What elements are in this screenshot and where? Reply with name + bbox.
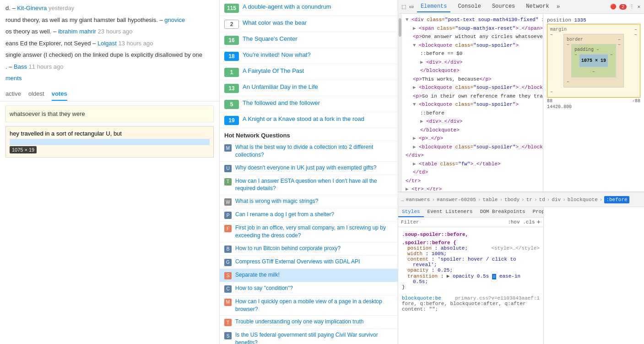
hnq-title-8[interactable]: Separate the milk!	[235, 271, 280, 279]
transition-expand[interactable]: ▶	[447, 273, 450, 279]
inspect-icon[interactable]: ⬚	[402, 3, 406, 11]
dom-line-7[interactable]: <p>This works, because</p>	[402, 75, 543, 84]
question-item-1[interactable]: 2 What color was the bear	[220, 16, 398, 32]
dom-line-10[interactable]: ▼ <blockquote class="soup-spoiler">	[402, 100, 543, 109]
blockquote-link[interactable]: blockquote:be	[402, 295, 441, 301]
question-item-7[interactable]: 19 A Knight or a Knave stood at a fork i…	[220, 112, 398, 128]
dom-line-19[interactable]: </tr>	[402, 177, 543, 186]
hnq-item-10[interactable]: M How can I quickly open a mobile view o…	[220, 295, 398, 316]
q-title-1[interactable]: What color was the bear	[243, 19, 307, 27]
hnq-title-5[interactable]: First job in an office, very small compa…	[235, 224, 393, 240]
tab-sources[interactable]: Sources	[488, 1, 519, 12]
device-icon[interactable]: ▭	[409, 3, 413, 11]
breadcrumb-before[interactable]: :before	[604, 196, 629, 203]
tab-network[interactable]: Network	[522, 1, 552, 12]
hnq-title-1[interactable]: Why doesn't everyone in UK just pay with…	[235, 164, 376, 172]
tab-event-listeners[interactable]: Event Listeners	[424, 207, 476, 217]
dom-line-12[interactable]: ▶ <div>…</div>	[402, 117, 543, 126]
question-item-3[interactable]: 18 You're invited! Now what?	[220, 48, 398, 64]
dom-line-18[interactable]: </td>	[402, 168, 543, 177]
tab-properties[interactable]: Properties	[529, 207, 543, 217]
tab-dom-breakpoints[interactable]: DOM Breakpoints	[476, 207, 529, 217]
hnq-title-2[interactable]: How can I answer ESTA question when I do…	[235, 177, 393, 193]
pseudo-toggle[interactable]: :hov .cls	[508, 219, 535, 225]
hnq-title-11[interactable]: Trouble understanding only one way impli…	[235, 318, 363, 326]
q-title-7[interactable]: A Knight or a Knave stood at a fork in t…	[243, 115, 364, 123]
dom-line-20[interactable]: ▶ <tr>…</tr>	[402, 185, 543, 191]
dom-line-11[interactable]: ::before	[402, 109, 543, 118]
hnq-item-9[interactable]: C How to say "condition"?	[220, 282, 398, 295]
breadcrumb-tbody[interactable]: tbody	[504, 197, 520, 202]
user-link-lolgast[interactable]: Lolgast	[97, 40, 117, 47]
breadcrumb-blockquote[interactable]: blockquote	[568, 197, 598, 202]
question-item-6[interactable]: 5 The followed and the follower	[220, 96, 398, 112]
question-item-4[interactable]: 1 A Fairytale Of The Past	[220, 64, 398, 80]
hnq-title-4[interactable]: Can I rename a dog I get from a shelter?	[235, 211, 334, 218]
dom-line-14[interactable]: ▶ <p>…</p>	[402, 134, 543, 143]
tab-elements[interactable]: Elements	[417, 1, 451, 12]
hnq-item-0[interactable]: M What is the best way to divide a colle…	[220, 141, 398, 162]
primary-css-link[interactable]: primary.css?v=e1103843aaef:1	[455, 295, 540, 301]
hnq-item-12[interactable]: S Is the US federal government still pay…	[220, 329, 398, 344]
dom-line-9[interactable]: <p>So in their own reference frame they …	[402, 92, 543, 101]
tab-votes[interactable]: votes	[52, 90, 67, 101]
dom-line-3[interactable]: ▼ <blockquote class="soup-spoiler">	[402, 41, 543, 50]
breadcrumb-table[interactable]: table	[482, 197, 498, 202]
breadcrumb-div[interactable]: div	[552, 197, 561, 202]
more-tabs-icon[interactable]: »	[557, 3, 560, 10]
user-link-ibrahim[interactable]: ibrahim mahrir	[58, 28, 96, 35]
hnq-item-4[interactable]: P Can I rename a dog I get from a shelte…	[220, 208, 398, 222]
user-link-bass[interactable]: Bass	[14, 63, 27, 70]
link-ments[interactable]: ments	[5, 75, 22, 82]
hnq-item-1[interactable]: U Why doesn't everyone in UK just pay wi…	[220, 162, 398, 175]
dom-scrollbar[interactable]	[398, 14, 402, 191]
hnq-item-7[interactable]: G Compress GTiff External Overviews with…	[220, 256, 398, 269]
question-item-5[interactable]: 13 An Unfamiliar Day in the Life	[220, 80, 398, 96]
dom-line-1[interactable]: ▶ <span class="soup-mathjax-reset">…</sp…	[402, 24, 543, 33]
dom-line-16[interactable]: </div>	[402, 151, 543, 160]
css-source-link[interactable]: <style>…</style>	[491, 246, 540, 251]
user-link-gnovice[interactable]: gnovice	[164, 16, 185, 23]
hnq-title-10[interactable]: How can I quickly open a mobile view of …	[235, 298, 393, 313]
hnq-title-6[interactable]: How to run Bitcoin behind corporate prox…	[235, 245, 341, 252]
hnq-title-3[interactable]: What is wrong with magic strings?	[235, 197, 318, 205]
hnq-item-3[interactable]: W What is wrong with magic strings?	[220, 195, 398, 208]
dom-line-4[interactable]: ::before == $0	[402, 49, 543, 58]
hnq-item-5[interactable]: F First job in an office, very small com…	[220, 222, 398, 242]
dom-line-0[interactable]: ▼ <div class="post-text soup-math4130-fi…	[402, 16, 543, 24]
breadcrumb-answer-60205[interactable]: #answer-60205	[437, 197, 476, 202]
dom-line-17[interactable]: ▶ <table class="fw">…</table>	[402, 160, 543, 169]
q-title-4[interactable]: A Fairytale Of The Past	[243, 67, 304, 75]
hnq-item-6[interactable]: B How to run Bitcoin behind corporate pr…	[220, 242, 398, 256]
q-title-3[interactable]: You're invited! Now what?	[243, 51, 311, 59]
hnq-title-9[interactable]: How to say "condition"?	[235, 284, 293, 292]
hnq-item-2[interactable]: T How can I answer ESTA question when I …	[220, 175, 398, 196]
dom-line-5[interactable]: ▶ <div>…</div>	[402, 58, 543, 67]
q-title-2[interactable]: The Square's Center	[243, 35, 298, 43]
dom-line-2[interactable]: <p>One answer without any circles whatso…	[402, 33, 543, 41]
hnq-title-7[interactable]: Compress GTiff External Overviews with G…	[235, 258, 360, 266]
hnq-title-12[interactable]: Is the US federal government still payin…	[235, 331, 393, 344]
add-style-icon[interactable]: +	[537, 218, 541, 226]
breadcrumb-answers[interactable]: #answers	[406, 197, 430, 202]
tab-active[interactable]: active	[5, 90, 21, 101]
hnq-item-8[interactable]: S Separate the milk!	[220, 269, 398, 282]
tab-console[interactable]: Console	[454, 1, 484, 12]
q-title-6[interactable]: The followed and the follower	[243, 99, 320, 107]
hnq-title-0[interactable]: What is the best way to divide a collect…	[235, 143, 393, 159]
breadcrumb-tr[interactable]: tr	[526, 197, 532, 202]
q-title-0[interactable]: A double-agent with a conundrum	[243, 3, 331, 11]
more-options-icon[interactable]: ⋮	[629, 4, 634, 10]
dom-line-8[interactable]: ▶ <blockquote class="soup-spoiler">…</bl…	[402, 83, 543, 92]
dom-line-15[interactable]: ▶ <blockquote class="soup-spoiler">…</bl…	[402, 143, 543, 152]
dom-panel[interactable]: ▼ <div class="post-text soup-math4130-fi…	[402, 14, 543, 191]
filter-input[interactable]	[421, 219, 504, 225]
dom-line-6[interactable]: </blockquote>	[402, 66, 543, 75]
question-item-0[interactable]: 115 A double-agent with a conundrum	[220, 0, 398, 16]
q-title-5[interactable]: An Unfamiliar Day in the Life	[243, 83, 318, 91]
user-link-kit[interactable]: Kit-Ginevra	[17, 5, 47, 11]
dom-line-13[interactable]: </blockquote>	[402, 126, 543, 135]
tab-styles[interactable]: Styles	[398, 207, 424, 217]
hnq-item-11[interactable]: T Trouble understanding only one way imp…	[220, 316, 398, 329]
question-item-2[interactable]: 16 The Square's Center	[220, 32, 398, 48]
